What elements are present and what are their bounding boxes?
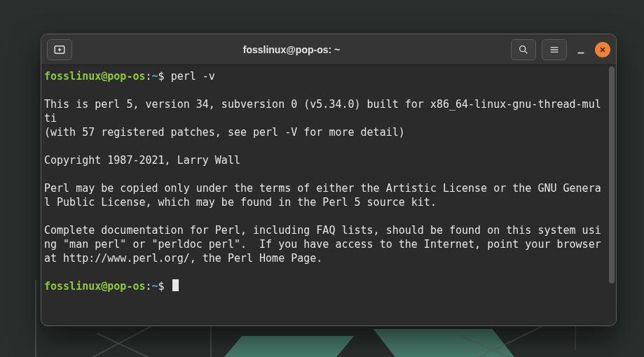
window-title: fosslinux@pop-os: ~ (78, 44, 505, 55)
output-line-2: (with 57 registered patches, see perl -V… (44, 126, 405, 139)
scrollbar-thumb[interactable] (609, 66, 615, 284)
new-tab-icon (53, 43, 66, 56)
window-titlebar: fosslinux@pop-os: ~ (41, 34, 616, 65)
terminal-output[interactable]: fosslinux@pop-os:~$ perl -v This is perl… (41, 65, 608, 326)
svg-point-3 (520, 46, 526, 51)
prompt-separator: : (146, 280, 152, 293)
terminal-body: fosslinux@pop-os:~$ perl -v This is perl… (41, 65, 616, 326)
new-tab-button[interactable] (47, 39, 72, 60)
minimize-icon (576, 46, 586, 55)
output-line-4: Perl may be copied only under the terms … (44, 182, 601, 209)
scrollbar[interactable] (608, 65, 616, 326)
output-line-1: This is perl 5, version 34, subversion 0… (44, 98, 601, 125)
svg-line-4 (525, 51, 527, 53)
prompt-symbol: $ (158, 280, 165, 293)
prompt-path: ~ (152, 280, 158, 293)
output-line-3: Copyright 1987-2021, Larry Wall (44, 154, 240, 167)
prompt-symbol: $ (158, 70, 165, 83)
close-icon (598, 46, 607, 54)
prompt-line-1: fosslinux@pop-os:~$ perl -v (44, 70, 215, 83)
hamburger-icon (549, 44, 560, 55)
output-line-5: Complete documentation for Perl, includi… (44, 224, 608, 265)
cursor (172, 279, 179, 291)
menu-button[interactable] (542, 39, 567, 60)
prompt-separator: : (146, 70, 152, 83)
search-button[interactable] (511, 39, 536, 60)
prompt-path: ~ (152, 70, 158, 83)
search-icon (518, 44, 529, 55)
minimize-button[interactable] (573, 41, 589, 58)
prompt-line-2: fosslinux@pop-os:~$ (44, 280, 179, 293)
terminal-window: fosslinux@pop-os: ~ (41, 34, 617, 326)
prompt-user-host: fosslinux@pop-os (44, 280, 146, 293)
command-text: perl -v (171, 70, 215, 83)
close-button[interactable] (595, 42, 610, 57)
prompt-user-host: fosslinux@pop-os (44, 70, 146, 83)
